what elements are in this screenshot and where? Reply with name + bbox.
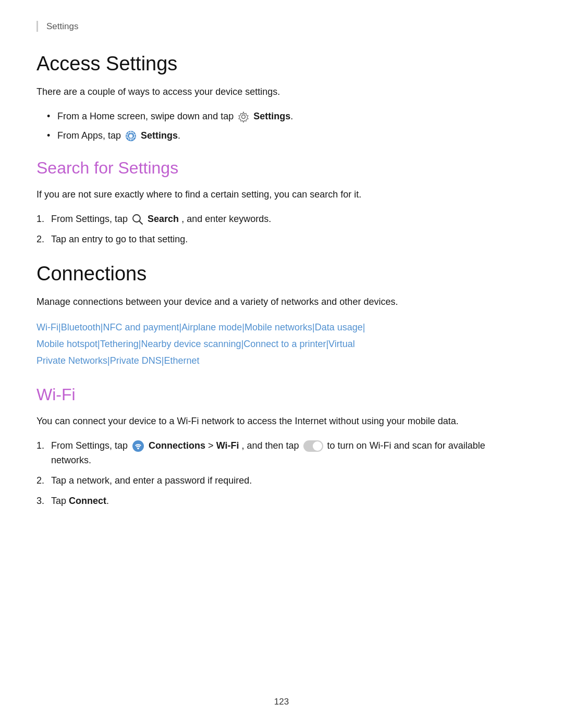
wifi-steps: From Settings, tap Connections > Wi-Fi ,… [47, 438, 527, 509]
bullet-item-apps: From Apps, tap Settings. [47, 128, 527, 143]
page: Settings Access Settings There are a cou… [0, 0, 563, 728]
search-step-1: From Settings, tap Search , and enter ke… [47, 212, 527, 227]
bullet-apps-bold: Settings [141, 130, 178, 141]
search-step1-after: , and enter keywords. [181, 214, 271, 224]
link-nfc[interactable]: NFC and payment [103, 322, 179, 332]
wifi-section: Wi-Fi You can connect your device to a W… [36, 385, 527, 509]
link-vpn[interactable]: Virtual [328, 339, 355, 349]
wifi-step1-connections-bold: Connections [149, 440, 205, 451]
bullet-item-home-screen: From a Home screen, swipe down and tap S… [47, 109, 527, 124]
search-step1-before: From Settings, tap [51, 214, 130, 224]
access-settings-title: Access Settings [36, 53, 527, 75]
svg-point-6 [137, 447, 139, 449]
wifi-step3-bold: Connect [69, 496, 106, 506]
access-settings-section: Access Settings There are a couple of wa… [36, 53, 527, 143]
page-number: 123 [0, 697, 563, 707]
wifi-step1-middle: , and then tap [241, 440, 301, 451]
link-bluetooth[interactable]: Bluetooth [61, 322, 101, 332]
wifi-step1-arrow: > [208, 440, 216, 451]
link-airplane[interactable]: Airplane mode [181, 322, 242, 332]
wifi-step2-text: Tap a network, and enter a password if r… [51, 475, 252, 486]
wifi-step3-before: Tap [51, 496, 69, 506]
bullet-apps-text-before: From Apps, tap [57, 130, 124, 141]
wifi-title: Wi-Fi [36, 385, 527, 404]
link-private-dns[interactable]: Private DNS [110, 355, 162, 366]
bullet-home-text-before: From a Home screen, swipe down and tap [57, 111, 236, 121]
wifi-step-1: From Settings, tap Connections > Wi-Fi ,… [47, 438, 527, 468]
wifi-step3-after: . [106, 496, 109, 506]
bullet-home-bold: Settings [253, 111, 290, 121]
link-printer[interactable]: Connect to a printer [243, 339, 326, 349]
wifi-step1-before: From Settings, tap [51, 440, 130, 451]
access-settings-bullets: From a Home screen, swipe down and tap S… [47, 109, 527, 143]
link-wifi[interactable]: Wi-Fi [36, 322, 58, 332]
search-step-2: Tap an entry to go to that setting. [47, 232, 527, 247]
access-settings-intro: There are a couple of ways to access you… [36, 84, 527, 100]
breadcrumb-text: Settings [46, 21, 78, 31]
search-icon [132, 214, 143, 225]
gear-icon [238, 111, 249, 122]
connections-title: Connections [36, 263, 527, 285]
svg-point-0 [242, 115, 246, 119]
search-settings-section: Search for Settings If you are not sure … [36, 158, 527, 246]
link-tethering[interactable]: Tethering [100, 339, 139, 349]
connections-wifi-icon [132, 440, 144, 452]
connections-intro: Manage connections between your device a… [36, 294, 527, 310]
wifi-intro: You can connect your device to a Wi-Fi n… [36, 414, 527, 429]
breadcrumb: Settings [36, 21, 527, 32]
link-mobile-networks[interactable]: Mobile networks [244, 322, 312, 332]
connections-links: Wi-Fi|Bluetooth|NFC and payment|Airplane… [36, 319, 527, 369]
wifi-step-3: Tap Connect. [47, 493, 527, 509]
connections-section: Connections Manage connections between y… [36, 263, 527, 369]
wifi-step1-wifi-bold: Wi-Fi [216, 440, 239, 451]
sep6: | [363, 322, 365, 332]
svg-point-2 [129, 134, 133, 138]
search-step1-bold: Search [148, 214, 179, 224]
svg-line-4 [140, 221, 143, 225]
link-mobile-hotspot[interactable]: Mobile hotspot [36, 339, 97, 349]
search-step2-text: Tap an entry to go to that setting. [51, 234, 188, 244]
search-settings-intro: If you are not sure exactly where to fin… [36, 187, 527, 202]
link-data-usage[interactable]: Data usage [315, 322, 363, 332]
wifi-step-2: Tap a network, and enter a password if r… [47, 473, 527, 488]
link-ethernet[interactable]: Ethernet [164, 355, 199, 366]
toggle-icon [303, 440, 323, 452]
search-settings-steps: From Settings, tap Search , and enter ke… [47, 212, 527, 247]
search-settings-title: Search for Settings [36, 158, 527, 178]
link-vpn2[interactable]: Private Networks [36, 355, 107, 366]
settings-blue-icon [125, 130, 137, 142]
link-nearby[interactable]: Nearby device scanning [141, 339, 241, 349]
